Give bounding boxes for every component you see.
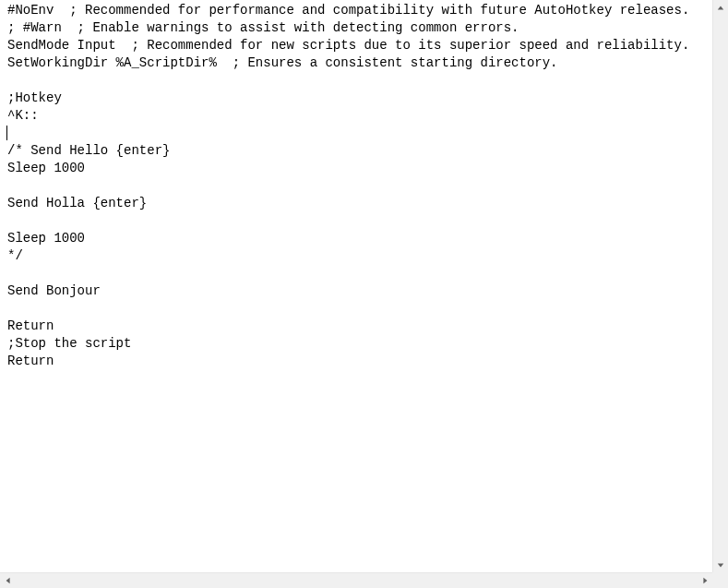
scroll-left-arrow-icon[interactable] bbox=[0, 573, 16, 589]
vertical-scrollbar[interactable] bbox=[712, 0, 728, 572]
code-line: ^K:: bbox=[7, 107, 721, 125]
code-line bbox=[7, 212, 721, 230]
code-line: */ bbox=[7, 247, 721, 265]
scroll-right-arrow-icon[interactable] bbox=[697, 573, 712, 589]
code-line: #NoEnv ; Recommended for performance and… bbox=[7, 2, 721, 19]
code-line bbox=[7, 300, 721, 318]
scroll-corner bbox=[712, 572, 728, 588]
text-cursor bbox=[6, 126, 7, 140]
code-line: SendMode Input ; Recommended for new scr… bbox=[7, 37, 721, 54]
code-line bbox=[7, 125, 721, 142]
code-line: ; #Warn ; Enable warnings to assist with… bbox=[7, 19, 721, 37]
code-line: ;Hotkey bbox=[7, 90, 721, 107]
code-line: Return bbox=[7, 353, 721, 370]
code-line: Return bbox=[7, 318, 721, 335]
horizontal-scrollbar[interactable] bbox=[0, 572, 712, 588]
code-line: Send Holla {enter} bbox=[7, 195, 721, 212]
code-line: Sleep 1000 bbox=[7, 230, 721, 247]
scroll-down-arrow-icon[interactable] bbox=[713, 557, 729, 572]
code-line: SetWorkingDir %A_ScriptDir% ; Ensures a … bbox=[7, 54, 721, 72]
code-line bbox=[7, 177, 721, 195]
editor-container: #NoEnv ; Recommended for performance and… bbox=[0, 0, 728, 588]
code-editor[interactable]: #NoEnv ; Recommended for performance and… bbox=[0, 0, 728, 588]
code-line: Send Bonjour bbox=[7, 282, 721, 300]
code-line: ;Stop the script bbox=[7, 335, 721, 353]
scroll-up-arrow-icon[interactable] bbox=[713, 0, 729, 16]
code-line: /* Send Hello {enter} bbox=[7, 142, 721, 160]
code-line bbox=[7, 265, 721, 282]
code-line bbox=[7, 72, 721, 90]
code-line: Sleep 1000 bbox=[7, 160, 721, 177]
